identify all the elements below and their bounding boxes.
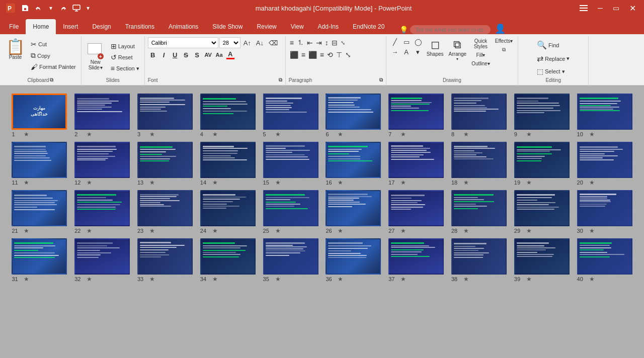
- shape-rect[interactable]: ▭: [401, 37, 412, 47]
- bullets-button[interactable]: ≡: [289, 38, 295, 48]
- slide-item[interactable]: 15 ★: [261, 142, 320, 186]
- slide-item[interactable]: 12 ★: [73, 142, 132, 186]
- slide-item[interactable]: 29 ★: [512, 190, 571, 234]
- slide-item[interactable]: 5 ★: [261, 94, 320, 138]
- slide-item[interactable]: 32 ★: [73, 238, 132, 283]
- slide-item[interactable]: 7 ★: [387, 94, 446, 138]
- slide-item[interactable]: 23 ★: [136, 190, 195, 234]
- line-spacing-button[interactable]: ↕: [324, 38, 330, 48]
- replace-button[interactable]: ⇄ Replace ▾: [535, 53, 572, 64]
- close-button[interactable]: ✕: [625, 3, 640, 14]
- font-color-button[interactable]: A: [225, 50, 235, 60]
- slide-item[interactable]: 2 ★: [73, 94, 132, 138]
- columns-button[interactable]: ⊟: [331, 38, 339, 48]
- select-button[interactable]: ⬚ Select ▾: [535, 66, 572, 76]
- slide-item[interactable]: 10 ★: [575, 94, 634, 138]
- shape-oval[interactable]: ◯: [413, 37, 424, 47]
- slide-item[interactable]: 39 ★: [512, 238, 571, 283]
- strikethrough-button[interactable]: S: [181, 50, 191, 60]
- smart-art-convert-button[interactable]: ⤡: [340, 39, 346, 47]
- smartart-button[interactable]: ⤡: [344, 50, 352, 60]
- slide-item[interactable]: 14 ★: [198, 142, 257, 186]
- restore-button[interactable]: ▭: [609, 3, 623, 13]
- slide-item[interactable]: 36 ★: [324, 238, 383, 283]
- slide-item[interactable]: 4 ★: [198, 94, 257, 138]
- tab-addins[interactable]: Add-Ins: [311, 19, 346, 34]
- tab-slideshow[interactable]: Slide Show: [205, 19, 250, 34]
- clipboard-launcher[interactable]: ⧉: [50, 77, 53, 83]
- increase-font-size-button[interactable]: A↑: [242, 38, 253, 48]
- font-family-select[interactable]: Calibri: [148, 37, 218, 48]
- slide-item[interactable]: 38 ★: [450, 238, 509, 283]
- tab-design[interactable]: Design: [85, 19, 118, 34]
- slide-item[interactable]: 24 ★: [198, 190, 257, 234]
- slide-item[interactable]: 40 ★: [575, 238, 634, 283]
- undo-dropdown[interactable]: ▾: [47, 4, 54, 13]
- tab-review[interactable]: Review: [250, 19, 283, 34]
- slide-item[interactable]: 18 ★: [450, 142, 509, 186]
- find-button[interactable]: 🔍 Find: [535, 39, 572, 51]
- quick-styles-button[interactable]: QuickStyles: [469, 37, 492, 50]
- slide-item[interactable]: 11 ★: [10, 142, 69, 186]
- undo-button[interactable]: [33, 3, 45, 13]
- align-text-button[interactable]: ⊤: [335, 50, 343, 60]
- slide-item[interactable]: 19 ★: [512, 142, 571, 186]
- char-spacing-button[interactable]: AV: [203, 50, 213, 60]
- increase-indent-button[interactable]: ⇥: [315, 38, 323, 48]
- arrange-button[interactable]: ⧉ Arrange ▾: [447, 37, 469, 62]
- bold-button[interactable]: B: [148, 50, 158, 60]
- slide-item[interactable]: 27 ★: [387, 190, 446, 234]
- justify-button[interactable]: ≡: [319, 50, 325, 60]
- customize-quick-access[interactable]: ▾: [85, 4, 92, 13]
- slide-item[interactable]: 25 ★: [261, 190, 320, 234]
- ribbon-display-button[interactable]: [576, 4, 592, 12]
- shapes-button[interactable]: ◻ Shapes: [425, 37, 446, 58]
- font-launcher[interactable]: ⧉: [279, 77, 282, 83]
- tab-transitions[interactable]: Transitions: [118, 19, 162, 34]
- clear-formatting-button[interactable]: ⌫: [267, 38, 280, 48]
- slide-item[interactable]: 33 ★: [136, 238, 195, 283]
- slide-item[interactable]: 16 ★: [324, 142, 383, 186]
- save-button[interactable]: [19, 3, 31, 13]
- slide-item[interactable]: 28 ★: [450, 190, 509, 234]
- align-left-button[interactable]: ⬛: [289, 50, 299, 60]
- minimize-button[interactable]: ─: [594, 3, 607, 13]
- shape-line[interactable]: ╱: [389, 37, 400, 47]
- slide-item[interactable]: 6 ★: [324, 94, 383, 138]
- change-case-button[interactable]: Aa: [214, 50, 224, 60]
- cut-button[interactable]: ✂ Cut: [29, 39, 78, 49]
- slide-item[interactable]: 30 ★: [575, 190, 634, 234]
- decrease-font-size-button[interactable]: A↓: [254, 38, 266, 48]
- tab-insert[interactable]: Insert: [56, 19, 85, 34]
- tell-me-input[interactable]: [410, 25, 491, 34]
- format-painter-button[interactable]: 🖌 Format Painter: [29, 62, 78, 72]
- font-size-select[interactable]: 28: [219, 37, 240, 48]
- text-shadow-button[interactable]: S: [192, 50, 202, 60]
- slide-item[interactable]: 26 ★: [324, 190, 383, 234]
- paragraph-launcher[interactable]: ⧉: [379, 77, 383, 83]
- tab-endnote[interactable]: EndNote 20: [346, 19, 391, 34]
- section-button[interactable]: ≡ Section ▾: [109, 63, 141, 73]
- decrease-indent-button[interactable]: ⇤: [306, 38, 314, 48]
- slide-item[interactable]: 37 ★: [387, 238, 446, 283]
- slide-item[interactable]: 17 ★: [387, 142, 446, 186]
- slide-item[interactable]: 3 ★: [136, 94, 195, 138]
- numbering-button[interactable]: ⒈: [296, 37, 305, 48]
- present-button[interactable]: [70, 3, 83, 13]
- slide-item[interactable]: 8 ★: [450, 94, 509, 138]
- slide-item[interactable]: 34 ★: [198, 238, 257, 283]
- paste-button[interactable]: 📋 Paste: [3, 37, 28, 62]
- layout-button[interactable]: ⊞ Layout: [109, 41, 141, 51]
- tab-home[interactable]: Home: [26, 19, 56, 34]
- slide-item[interactable]: 22 ★: [73, 190, 132, 234]
- tab-view[interactable]: View: [284, 19, 311, 34]
- align-center-button[interactable]: ≡: [300, 50, 306, 60]
- tab-file[interactable]: File: [2, 19, 26, 34]
- shape-textbox[interactable]: A: [401, 47, 412, 57]
- copy-button[interactable]: ⧉ Copy: [29, 50, 78, 61]
- align-right-button[interactable]: ⬛: [307, 50, 318, 60]
- shape-outline-button[interactable]: Outline▾: [469, 60, 492, 67]
- redo-button[interactable]: [56, 3, 68, 13]
- shapes-more[interactable]: ▾: [413, 47, 424, 57]
- slide-item[interactable]: 21 ★: [10, 190, 69, 234]
